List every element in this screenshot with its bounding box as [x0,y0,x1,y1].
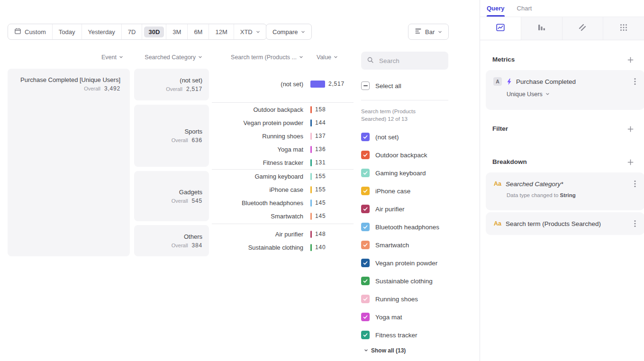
kebab-menu-icon[interactable] [632,219,638,228]
column-header-category[interactable]: Searched Category [134,54,202,61]
chart-type-tabs [480,17,644,40]
checked-checkbox[interactable] [361,223,370,231]
checked-checkbox[interactable] [361,169,370,177]
add-metric-button[interactable] [625,54,635,65]
tab-more-apps[interactable] [603,17,644,40]
aggregation-selector[interactable]: Unique Users [507,91,550,98]
date-range-yesterday[interactable]: Yesterday [82,24,122,39]
filter-item-smartwatch[interactable]: Smartwatch [361,236,461,254]
date-range-30d[interactable]: 30D [142,24,166,39]
metric-card[interactable]: A Purchase Completed Unique Users [486,70,644,110]
series-row-running-shoes[interactable]: Running shoes 137 [212,129,354,143]
tab-retention[interactable] [562,17,604,40]
series-value: 148 [315,231,326,237]
date-range-xtd[interactable]: XTD [234,24,266,39]
tab-chart[interactable]: Chart [517,0,532,17]
series-value: 140 [315,244,326,251]
date-range-6m[interactable]: 6M [188,24,209,39]
category-cell-not-set[interactable]: (not set) Overall 2,517 [134,69,209,100]
checked-checkbox[interactable] [361,205,370,213]
series-value: 158 [315,106,326,113]
chart-type-dropdown[interactable]: Bar [408,24,449,40]
category-overall: Overall 384 [172,242,202,249]
add-breakdown-button[interactable] [625,157,635,167]
series-row-not-set[interactable]: (not set) 2,517 [212,77,354,90]
checked-checkbox[interactable] [361,277,370,285]
date-range-12m[interactable]: 12M [209,24,234,39]
series-value: 2,517 [328,81,345,87]
series-row-sustainable-clothing[interactable]: Sustainable clothing 140 [212,241,354,254]
date-range-7d[interactable]: 7D [122,24,143,39]
date-range-today[interactable]: Today [53,24,82,39]
series-value: 136 [315,146,326,153]
breakdown-card-searched-category[interactable]: Aa Searched Category* Data type changed … [486,172,644,210]
series-row-gaming-keyboard[interactable]: Gaming keyboard 155 [212,170,354,183]
checked-checkbox[interactable] [361,295,370,303]
tab-insights-chart[interactable] [480,17,521,40]
series-row-iphone-case[interactable]: iPhone case 155 [212,183,354,196]
category-cell-gadgets[interactable]: Gadgets Overall 545 [134,171,209,221]
checked-checkbox[interactable] [361,331,370,339]
compare-button[interactable]: Compare [266,24,312,40]
series-label: Smartwatch [212,213,303,220]
category-cell-sports[interactable]: Sports Overall 636 [134,105,209,167]
filter-item-label: Sustainable clothing [375,278,433,285]
checked-checkbox[interactable] [361,151,370,159]
string-property-icon: Aa [493,180,502,187]
select-all[interactable]: Select all [361,81,401,90]
filter-item-bluetooth-headphones[interactable]: Bluetooth headphones [361,218,461,236]
date-range-3m[interactable]: 3M [166,24,188,39]
chevron-down-icon [198,54,202,61]
horizontal-bars-icon [415,27,422,36]
event-cell[interactable]: Purchase Completed [Unique Users] Overal… [8,69,130,256]
series-row-fitness-tracker[interactable]: Fitness tracker 131 [212,156,354,169]
series-value: 145 [315,213,326,219]
filter-item-outdoor-backpack[interactable]: Outdoor backpack [361,146,461,164]
series-value: 137 [315,133,326,139]
column-header-event[interactable]: Event [8,54,123,61]
event-name: Purchase Completed [Unique Users] [20,76,120,83]
series-row-outdoor-backpack[interactable]: Outdoor backpack 158 [212,103,354,116]
filter-item-yoga-mat[interactable]: Yoga mat [361,308,461,326]
column-header-value[interactable]: Value [317,54,338,61]
filter-item-label: Vegan protein powder [375,260,437,267]
category-cell-others[interactable]: Others Overall 384 [134,225,209,256]
filter-item-iphone-case[interactable]: iPhone case [361,182,461,200]
kebab-menu-icon[interactable] [632,77,638,86]
search-input[interactable] [378,57,443,65]
filter-item-gaming-keyboard[interactable]: Gaming keyboard [361,164,461,182]
filter-item-not-set[interactable]: (not set) [361,128,461,146]
term-group-not-set: (not set) 2,517 [212,77,354,90]
tab-query[interactable]: Query [487,0,505,17]
filter-item-vegan-protein-powder[interactable]: Vegan protein powder [361,254,461,272]
select-all-checkbox[interactable] [361,81,370,90]
series-row-yoga-mat[interactable]: Yoga mat 136 [212,143,354,156]
checked-checkbox[interactable] [361,241,370,249]
checked-checkbox[interactable] [361,187,370,195]
show-all-label: Show all (13) [371,347,406,354]
series-row-air-purifier[interactable]: Air purifier 148 [212,227,354,241]
column-header-term[interactable]: Search term (Products ... [212,54,303,61]
checked-checkbox[interactable] [361,259,370,267]
tab-bar-chart[interactable] [521,17,562,40]
date-range-custom[interactable]: Custom [8,24,53,39]
group-separator [212,224,354,224]
filter-item-sustainable-clothing[interactable]: Sustainable clothing [361,272,461,290]
checked-checkbox[interactable] [361,313,370,321]
series-row-vegan-protein-powder[interactable]: Vegan protein powder 144 [212,116,354,129]
filter-item-label: iPhone case [375,188,410,195]
kebab-menu-icon[interactable] [632,179,638,189]
filter-item-fitness-tracker[interactable]: Fitness tracker [361,326,461,344]
series-row-smartwatch[interactable]: Smartwatch 145 [212,209,354,223]
breakdown-heading: Breakdown [492,158,527,165]
series-row-bluetooth-headphones[interactable]: Bluetooth headphones 145 [212,196,354,209]
add-filter-button[interactable] [625,124,635,134]
show-all-button[interactable]: Show all (13) [364,347,406,354]
breakdown-property-name: Search term (Products Searched) [506,220,601,227]
filter-item-running-shoes[interactable]: Running shoes [361,290,461,308]
breakdown-card-search-term-products-searched[interactable]: Aa Search term (Products Searched) [486,212,644,235]
filter-search[interactable] [361,52,448,70]
overall-label: Overall [84,86,100,91]
filter-item-air-purifier[interactable]: Air purifier [361,200,461,218]
checked-checkbox[interactable] [361,133,370,141]
